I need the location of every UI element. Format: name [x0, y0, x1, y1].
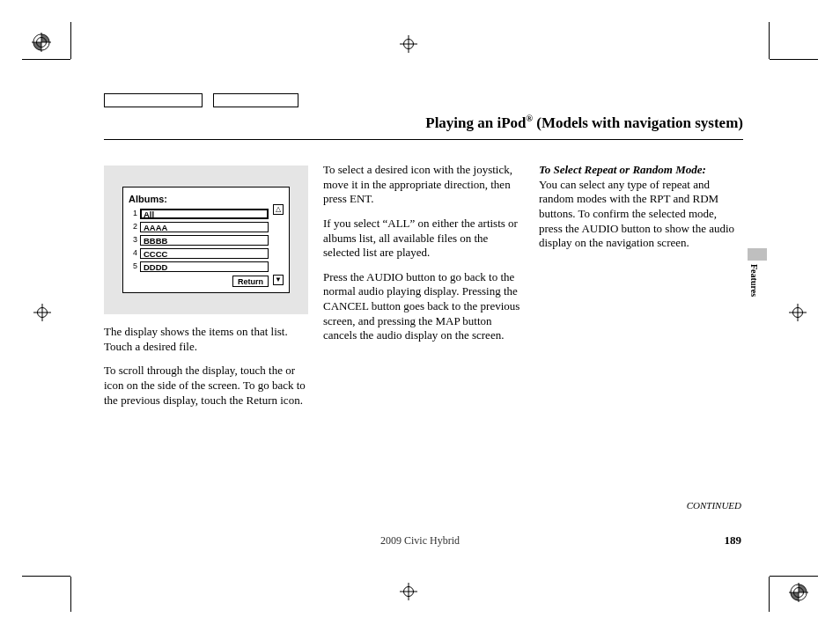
- crop-mark: [770, 59, 818, 60]
- list-item[interactable]: 2 AAAA: [129, 221, 269, 233]
- list-item[interactable]: 4 CCCC: [129, 247, 269, 260]
- list-item[interactable]: 5 DDDD: [129, 261, 269, 273]
- crosshair-icon: [400, 35, 417, 53]
- crosshair-icon: [33, 304, 51, 321]
- header-placeholder-box: [213, 93, 298, 107]
- section-tab: [748, 248, 767, 261]
- screen-heading: Albums:: [129, 193, 284, 205]
- footer-model: 2009 Civic Hybrid: [0, 534, 840, 548]
- crop-mark: [22, 576, 70, 577]
- header-placeholder-box: [104, 93, 203, 107]
- scroll-up-icon[interactable]: △: [273, 204, 284, 215]
- screen-illustration: Albums: 1 All 2 AAAA 3 BBBB 4 CCCC: [104, 165, 308, 314]
- column-2: To select a desired icon with the joysti…: [323, 163, 521, 353]
- crop-mark: [70, 22, 71, 59]
- page-number: 189: [725, 533, 742, 548]
- section-label: Features: [749, 264, 759, 297]
- body-text: To scroll through the display, touch the…: [104, 364, 308, 408]
- body-text: To select a desired icon with the joysti…: [323, 163, 521, 207]
- registered-mark: ®: [527, 114, 533, 123]
- registration-target-icon: [789, 583, 808, 602]
- list-item[interactable]: 3 BBBB: [129, 234, 269, 246]
- subsection-heading: To Select Repeat or Random Mode:: [539, 163, 706, 176]
- scroll-down-icon[interactable]: ▼: [273, 275, 284, 285]
- crop-mark: [769, 577, 770, 612]
- list-item[interactable]: 1 All: [129, 208, 269, 220]
- crosshair-icon: [400, 583, 417, 600]
- body-text: To Select Repeat or Random Mode:You can …: [539, 163, 740, 251]
- return-button[interactable]: Return: [232, 276, 269, 287]
- crop-mark: [770, 576, 818, 577]
- crop-mark: [22, 59, 70, 60]
- body-text: If you select “ALL” on either the artist…: [323, 217, 521, 261]
- crosshair-icon: [789, 304, 807, 321]
- title-text-pre: Playing an iPod: [425, 114, 526, 131]
- title-text-post: (Models with navigation system): [533, 114, 743, 131]
- registration-target-icon: [32, 33, 51, 52]
- column-3: To Select Repeat or Random Mode:You can …: [539, 163, 740, 261]
- body-text: Press the AUDIO button to go back to the…: [323, 270, 521, 343]
- crop-mark: [70, 577, 71, 612]
- page-title: Playing an iPod® (Models with navigation…: [104, 114, 743, 140]
- crop-mark: [769, 22, 770, 59]
- continued-label: CONTINUED: [687, 500, 741, 511]
- column-1: Albums: 1 All 2 AAAA 3 BBBB 4 CCCC: [104, 165, 308, 417]
- body-text: The display shows the items on that list…: [104, 325, 308, 354]
